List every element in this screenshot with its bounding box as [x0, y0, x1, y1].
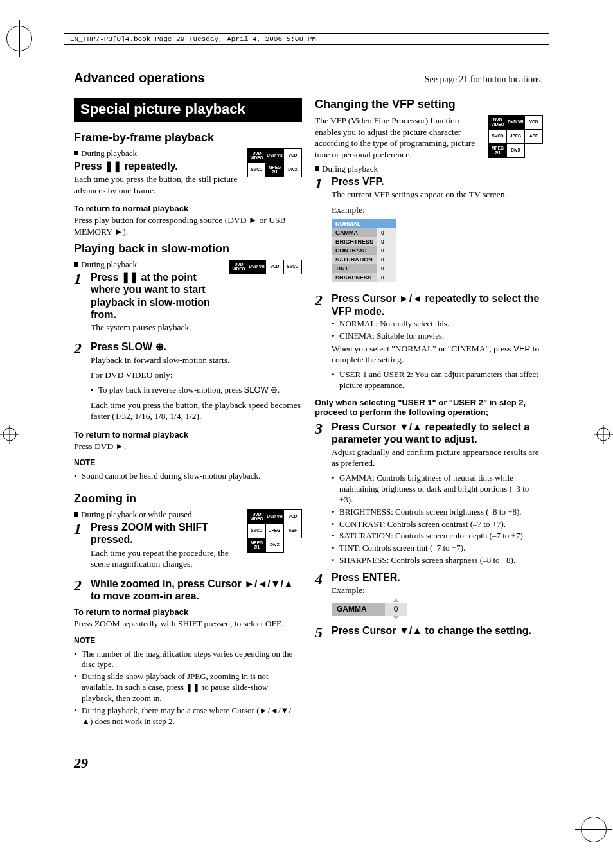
step-number: 1: [74, 271, 91, 337]
vfp-intro: The VFP (Video Fine Processor) function …: [315, 115, 475, 160]
bullet: •TINT: Controls screen tint (–7 to +7).: [332, 543, 543, 554]
fmt-cell: DVD VR: [266, 149, 284, 163]
fmt-cell: SVCD: [489, 130, 507, 144]
left-icon: ◄: [257, 578, 267, 589]
step-number: 2: [74, 341, 91, 425]
fmt-cell: DVD VIDEO: [248, 149, 266, 163]
fmt-cell: ASF: [525, 130, 543, 144]
vfp-preset: NORMAL: [332, 219, 396, 228]
registration-mark-br: [581, 817, 607, 842]
fmt-cell: ASF: [284, 524, 302, 538]
right-icon: ►: [244, 578, 254, 589]
step-head: Press VFP.: [332, 175, 543, 188]
book-info-bar: EN_THP7-P3[U]4.book Page 29 Tuesday, Apr…: [64, 33, 549, 45]
fwd-circle-icon: ⊕: [155, 341, 164, 352]
fmt-cell: MPEG 2/1: [248, 538, 266, 553]
right-icon: ►: [260, 705, 268, 715]
vfp-step-4: 4 Press ENTER. Example: GAMMA 0: [315, 571, 543, 621]
fmt-cell: DivX: [266, 538, 284, 553]
step-head: Press Cursor ▼/▲ to change the setting.: [332, 624, 543, 637]
step-number: 1: [74, 521, 91, 573]
right-icon: ►: [399, 293, 409, 304]
fmt-cell: SVCD: [284, 260, 302, 274]
slow-step-1: 1 Press ❚❚ at the point where you want t…: [74, 271, 224, 337]
step-body-text: When you select "NORMAL" or "CINEMA", pr…: [332, 343, 543, 366]
vfp-settings-table: NORMAL GAMMA0 BRIGHTNESS0 CONTRAST0 SATU…: [332, 219, 396, 282]
down-icon: ▼: [399, 625, 409, 636]
header-right: See page 21 for button locations.: [425, 75, 543, 85]
up-icon: ▲: [283, 578, 294, 589]
return-heading: To return to normal playback: [74, 607, 302, 617]
vfp-val: 0: [377, 273, 396, 282]
fmt-cell: DVD VR: [507, 116, 525, 130]
step-body-text: Each time you press the button, the play…: [91, 400, 302, 422]
fmt-cell: DVD VIDEO: [230, 260, 248, 274]
vfp-step-1: 1 Press VFP. The current VFP settings ap…: [315, 175, 543, 288]
gamma-label: GAMMA: [332, 603, 385, 616]
fmt-cell-empty: [525, 144, 543, 158]
bullet: •SATURATION: Controls screen color depth…: [332, 531, 543, 542]
fmt-cell: VCD: [284, 149, 302, 163]
up-icon: ▲: [412, 625, 422, 636]
rev-circle-icon: ⊖: [271, 385, 278, 394]
zoom-step-1: 1 Press ZOOM with SHIFT pressed. Each ti…: [74, 521, 242, 573]
zoom-step-2: 2 While zoomed in, press Cursor ►/◄/▼/▲ …: [74, 578, 302, 603]
note-heading: NOTE: [74, 636, 302, 646]
note-bullet: •The number of the magnification steps v…: [74, 649, 302, 671]
fmt-cell-empty: [284, 538, 302, 553]
vfp-val: 0: [377, 255, 396, 264]
vfp-step-3: 3 Press Cursor ▼/▲ repeatedly to select …: [315, 421, 543, 568]
page-number: 29: [74, 755, 88, 772]
return-body: Press DVD ►.: [74, 441, 302, 452]
fmt-cell: DVD VR: [248, 260, 266, 274]
crop-mark-left: [0, 425, 19, 444]
step-body-text: For DVD VIDEO only:: [91, 369, 302, 381]
book-info-text: EN_THP7-P3[U]4.book Page 29 Tuesday, Apr…: [70, 35, 316, 43]
play-icon: ►: [116, 441, 124, 451]
step-number: 2: [315, 292, 332, 392]
fmt-cell: SVCD: [248, 524, 266, 538]
format-grid-frame: DVD VIDEO DVD VR VCD SVCD MPEG 2/1 DivX: [247, 148, 302, 177]
bullet: •NORMAL: Normally select this.: [332, 319, 543, 330]
up-icon: ▲: [82, 716, 90, 726]
vfp-heading: Changing the VFP setting: [315, 98, 543, 111]
vfp-key: CONTRAST: [332, 246, 377, 255]
section-title-bar: Special picture playback: [74, 98, 302, 122]
note-bullet: •During playback, there may be a case wh…: [74, 705, 302, 727]
fmt-cell: DVD VR: [266, 510, 284, 524]
fmt-cell: DVD VIDEO: [489, 116, 507, 130]
note-bullet: •Sound cannot be heard during slow-motio…: [74, 471, 302, 482]
step-head: Press Cursor ►/◄ repeatedly to select th…: [332, 292, 543, 317]
bullet: •GAMMA: Controls brightness of neutral t…: [332, 473, 543, 506]
fmt-cell: VCD: [266, 260, 284, 274]
step-body-text: Adjust gradually and confirm picture app…: [332, 447, 543, 469]
step-head: Press ❚❚ at the point where you want to …: [91, 271, 224, 321]
step-number: 4: [315, 571, 332, 621]
up-icon: ▲: [412, 421, 422, 432]
example-label: Example:: [332, 204, 543, 216]
step-number: 5: [315, 624, 332, 640]
vfp-key: BRIGHTNESS: [332, 237, 377, 246]
fmt-cell: DivX: [284, 163, 302, 177]
note-bullet: •During slide-show playback of JPEG, zoo…: [74, 671, 302, 704]
bullet: •USER 1 and USER 2: You can adjust param…: [332, 369, 543, 391]
vfp-val: 0: [377, 264, 396, 273]
fmt-cell: SVCD: [248, 163, 266, 177]
vfp-key: SATURATION: [332, 255, 377, 264]
during-playback: During playback: [315, 164, 543, 174]
down-icon: ▼: [399, 421, 409, 432]
step-head: Press ZOOM with SHIFT pressed.: [91, 521, 242, 545]
only-user-note: Only when selecting "USER 1" or "USER 2"…: [315, 398, 543, 417]
left-column: Special picture playback Frame-by-frame …: [74, 98, 302, 729]
left-icon: ◄: [270, 705, 278, 715]
return-heading: To return to normal playback: [74, 204, 302, 213]
return-body: Press play button for corresponding sour…: [74, 215, 302, 237]
fmt-cell: DVD VIDEO: [248, 510, 266, 524]
note-heading: NOTE: [74, 458, 302, 468]
crop-mark-right: [594, 425, 613, 444]
vfp-key: TINT: [332, 264, 377, 273]
vfp-key: SHARPNESS: [332, 273, 377, 282]
format-grid-zoom: DVD VIDEO DVD VR VCD SVCD JPEG ASF MPEG …: [247, 509, 302, 553]
step-body-text: The current VFP settings appear on the T…: [332, 189, 543, 200]
fmt-cell: MPEG 2/1: [266, 163, 284, 177]
